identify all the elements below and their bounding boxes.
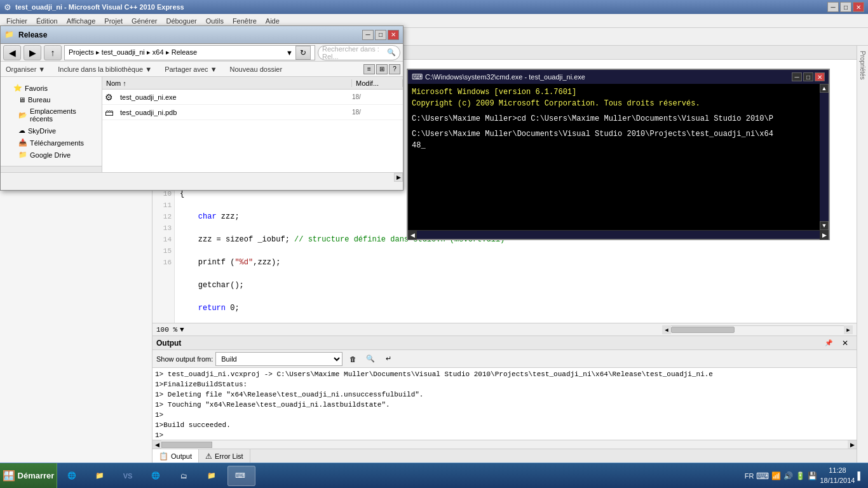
vs-maximize-btn[interactable]: □ [840, 2, 851, 12]
sidebar-label-gdrive: Google Drive [30, 151, 71, 159]
scroll-left-btn[interactable]: ◀ [662, 325, 671, 334]
sidebar-favoris[interactable]: ⭐ Favoris [1, 82, 102, 94]
fe-up-btn[interactable]: ↑ [44, 45, 62, 60]
address-bar[interactable]: Projects ▸ test_ouadji_ni ▸ x64 ▸ Releas… [64, 45, 315, 60]
taskbar-item-app1[interactable]: 🗂 [172, 466, 198, 486]
recent-icon: 📂 [18, 111, 27, 119]
output-pin-btn[interactable]: 📌 [821, 336, 836, 350]
code-line-10: getchar(); [180, 280, 851, 291]
vs-close-btn[interactable]: ✕ [853, 2, 864, 12]
fe-restore-btn[interactable]: □ [375, 30, 386, 40]
file-item-pdb[interactable]: 🗃 test_ouadji_ni.pdb 18/ [102, 105, 403, 120]
desktop-icon: 🖥 [18, 96, 25, 104]
taskbar-item-explorer1[interactable]: 📁 [88, 466, 114, 486]
vs-title: test_ouadji_ni - Microsoft Visual C++ 20… [15, 3, 827, 11]
fe-back-btn[interactable]: ◀ [3, 45, 21, 60]
cmd-line-1: Microsoft Windows [version 6.1.7601] [412, 86, 816, 98]
output-tab-errors[interactable]: ⚠ Error List [199, 449, 250, 463]
fe-menu-organiser[interactable]: Organiser ▼ [3, 64, 48, 74]
cmd-h-scroll-left[interactable]: ◀ [408, 231, 417, 240]
cmd-scroll-up[interactable]: ▲ [820, 84, 829, 93]
file-explorer-menubar: Organiser ▼ Inclure dans la bibliothèque… [1, 62, 403, 77]
start-button[interactable]: 🪟 Démarrer [0, 463, 57, 489]
sidebar-downloads[interactable]: 📥 Téléchargements [1, 137, 102, 149]
taskbar-keyboard-icon: ⌨ [756, 471, 769, 481]
output-line-2: 1>FinalizeBuildStatus: [155, 379, 854, 390]
cmd-scrollbar[interactable]: ▲ ▼ [820, 84, 829, 230]
address-path: Projects ▸ test_ouadji_ni ▸ x64 ▸ Releas… [69, 48, 197, 57]
taskbar-battery-icon: 🔋 [796, 471, 805, 480]
taskbar-item-chrome2[interactable]: 🌐 [144, 466, 170, 486]
sidebar-google-drive[interactable]: 📁 Google Drive [1, 149, 102, 161]
code-line-11: return 0; [180, 302, 851, 314]
output-scroll-left[interactable]: ◀ [153, 440, 161, 449]
gdrive-icon: 📁 [18, 151, 27, 159]
search-bar[interactable]: Rechercher dans : Rel... 🔍 [318, 45, 400, 60]
output-source-select[interactable]: Build [215, 352, 342, 366]
output-header-controls: 📌 ✕ [821, 336, 853, 350]
refresh-btn[interactable]: ↻ [295, 46, 311, 60]
cmd-h-scrollbar[interactable]: ◀ ▶ [408, 230, 829, 239]
taskbar-item-cmd[interactable]: ⌨ [227, 466, 255, 486]
output-clear-btn[interactable]: 🗑 [345, 352, 360, 366]
scroll-right-btn[interactable]: ▶ [844, 325, 853, 334]
cmd-content[interactable]: Microsoft Windows [version 6.1.7601] Cop… [408, 84, 820, 202]
sidebar-recent[interactable]: 📂 Emplacements récents [1, 105, 102, 125]
fe-sidebar-scrollbar[interactable] [1, 166, 102, 172]
col-name[interactable]: Nom ↑ [102, 79, 352, 87]
fe-scroll-right[interactable]: ▶ [394, 173, 403, 182]
properties-tab[interactable]: Propriétés [858, 48, 867, 83]
scroll-track[interactable] [671, 325, 844, 334]
taskbar-right: FR ⌨ 📶 🔊 🔋 💾 11:28 18/11/2014 ▌ [740, 466, 868, 485]
cmd-h-scroll-right[interactable]: ▶ [820, 231, 829, 240]
show-desktop-btn[interactable]: ▌ [857, 471, 863, 480]
col-date[interactable]: Modif... [352, 79, 403, 87]
output-scroll-track[interactable] [161, 440, 848, 449]
output-h-scrollbar[interactable]: ◀ ▶ [153, 440, 857, 449]
fe-menu-include[interactable]: Inclure dans la bibliothèque ▼ [55, 64, 154, 74]
fe-minimize-btn[interactable]: ─ [362, 30, 374, 40]
folder-title-icon: 📁 [4, 30, 15, 40]
sidebar-bureau[interactable]: 🖥 Bureau [1, 94, 102, 105]
vs-minimize-btn[interactable]: ─ [827, 2, 839, 12]
output-line-4: 1> Touching "x64\Release\test_ouadji_ni.… [155, 400, 854, 410]
output-wrap-btn[interactable]: ↵ [381, 352, 396, 366]
output-content[interactable]: 1> test_ouadji_ni.vcxproj -> C:\Users\Ma… [153, 368, 857, 440]
help-btn[interactable]: ? [389, 64, 400, 74]
taskbar-lang: FR [745, 472, 754, 480]
fe-forward-btn[interactable]: ▶ [24, 45, 41, 60]
cmd-close[interactable]: ✕ [815, 72, 825, 81]
taskbar-item-chrome1[interactable]: 🌐 [60, 466, 86, 486]
output-tab-output[interactable]: 📋 Output [153, 449, 199, 463]
code-line-9: printf ("%d",zzz); [180, 257, 851, 268]
sidebar-skydrive[interactable]: ☁ SkyDrive [1, 125, 102, 137]
output-find-btn[interactable]: 🔍 [363, 352, 378, 366]
cmd-maximize[interactable]: □ [803, 72, 813, 81]
sidebar-label-favoris: Favoris [25, 85, 48, 92]
address-dropdown[interactable]: ▼ [286, 49, 293, 57]
clock-time: 11:28 [820, 466, 855, 475]
view-details-btn[interactable]: ⊞ [376, 64, 388, 74]
view-list-btn[interactable]: ≡ [363, 64, 375, 74]
output-scroll-thumb[interactable] [161, 442, 212, 448]
fe-menu-new-folder[interactable]: Nouveau dossier [227, 64, 285, 74]
output-tab-label: Output [171, 452, 192, 460]
cmd-scroll-down[interactable]: ▼ [820, 221, 829, 230]
scroll-thumb[interactable] [671, 327, 735, 333]
taskbar-item-folder2[interactable]: 📁 [200, 466, 226, 486]
fe-h-scrollbar[interactable]: ▶ [1, 172, 403, 181]
output-scroll-right[interactable]: ▶ [848, 440, 857, 449]
sidebar-label-bureau: Bureau [28, 96, 50, 104]
file-item-exe[interactable]: ⚙ test_ouadji_ni.exe 18/ [102, 90, 403, 105]
h-scrollbar-code[interactable]: ◀ ▶ [662, 325, 853, 334]
fe-close-btn[interactable]: ✕ [388, 30, 399, 40]
cmd-line-3: C:\Users\Maxime Muller>cd C:\Users\Maxim… [412, 113, 816, 125]
cmd-minimize[interactable]: ─ [792, 72, 802, 81]
file-explorer-controls: ─ □ ✕ [362, 30, 399, 40]
taskbar-item-vs[interactable]: VS [116, 466, 142, 486]
zoom-dropdown[interactable]: ▼ [180, 326, 184, 334]
show-output-label: Show output from: [156, 355, 213, 363]
fe-menu-share[interactable]: Partager avec ▼ [162, 64, 219, 74]
output-close-btn[interactable]: ✕ [837, 336, 853, 350]
taskbar: 🪟 Démarrer 🌐 📁 VS 🌐 🗂 📁 ⌨ FR ⌨ 📶 🔊 🔋 💾 [0, 463, 868, 488]
